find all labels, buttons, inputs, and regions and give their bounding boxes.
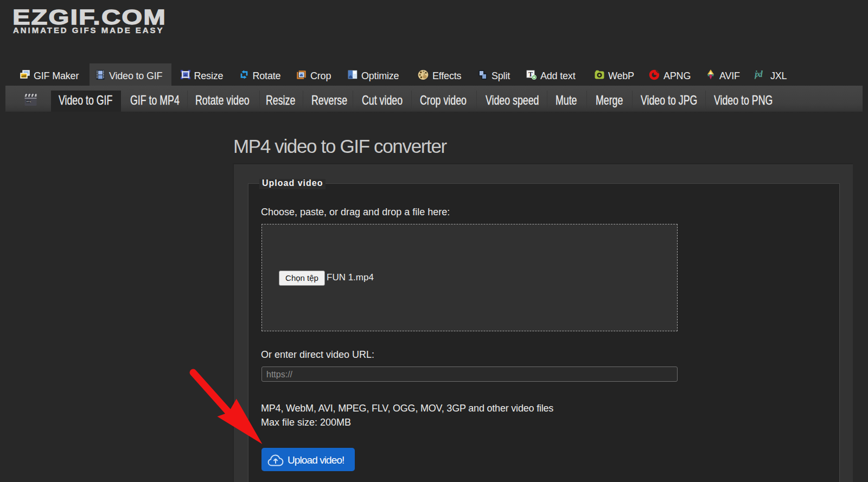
svg-text:FPS: FPS [27,100,31,103]
svg-text:jxl: jxl [755,70,763,79]
